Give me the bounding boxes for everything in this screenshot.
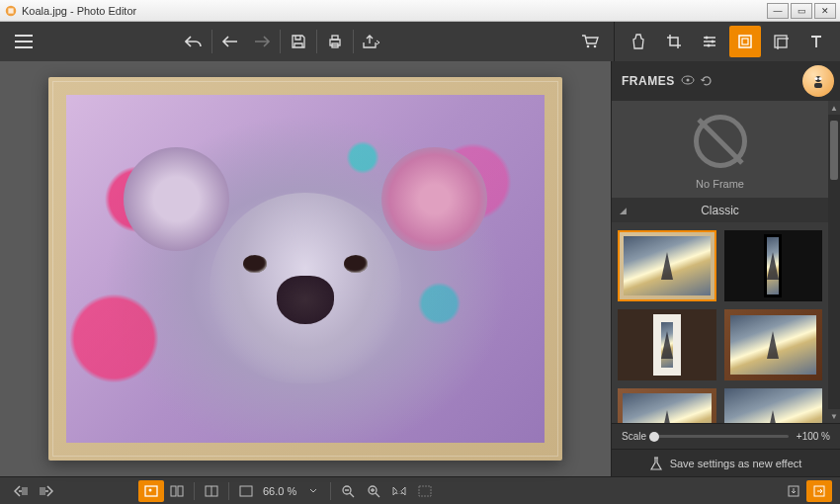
scale-slider[interactable] [654, 435, 789, 438]
canvas-viewport[interactable] [0, 61, 611, 476]
panel-header: FRAMES [612, 61, 840, 101]
scrollbar-thumb[interactable] [830, 121, 838, 180]
svg-point-6 [594, 45, 597, 48]
svg-point-18 [818, 77, 821, 80]
main-toolbar [0, 22, 614, 61]
frames-panel: FRAMES No Frame ◢ Classic [611, 61, 840, 476]
reset-icon[interactable] [701, 75, 713, 87]
window-title: Koala.jpg - Photo Editor [22, 5, 767, 17]
frame-category-header[interactable]: ◢ Classic [612, 199, 828, 222]
applied-frame-preview [48, 77, 562, 461]
tab-text-icon[interactable] [800, 26, 832, 57]
no-frame-icon [694, 115, 747, 168]
navigator-icon[interactable] [412, 480, 438, 502]
tab-effects-icon[interactable] [623, 26, 654, 57]
cart-icon[interactable] [574, 26, 606, 57]
svg-point-21 [149, 488, 152, 491]
zoom-out-icon[interactable] [335, 480, 361, 502]
window-close-button[interactable]: ✕ [814, 3, 836, 19]
frame-thumb-ornate[interactable] [618, 388, 716, 423]
save-as-effect-button[interactable]: Save settings as new effect [612, 449, 840, 476]
save-effect-label: Save settings as new effect [670, 458, 802, 469]
svg-point-8 [712, 41, 714, 43]
save-icon[interactable] [283, 26, 314, 57]
scale-label: Scale [622, 431, 646, 442]
svg-point-9 [708, 44, 711, 47]
zoom-in-icon[interactable] [361, 480, 386, 502]
frame-thumbnail-grid [612, 222, 828, 423]
tab-frames-icon[interactable] [729, 26, 761, 57]
window-titlebar: Koala.jpg - Photo Editor — ▭ ✕ [0, 0, 840, 22]
actual-size-icon[interactable]: 1:1 [386, 480, 412, 502]
undo-icon[interactable] [178, 26, 210, 57]
mascot-avatar [802, 65, 834, 97]
svg-rect-11 [742, 39, 748, 44]
zoom-dropdown-icon[interactable] [300, 480, 326, 502]
tab-crop-icon[interactable] [658, 26, 690, 57]
back-arrow-icon[interactable] [214, 26, 246, 57]
frame-thumb-thin[interactable] [724, 388, 823, 423]
category-label: Classic [701, 204, 739, 217]
panel-scrollbar[interactable]: ▲ ▼ [828, 101, 840, 423]
view-single-icon[interactable] [138, 480, 164, 502]
scroll-down-icon[interactable]: ▼ [828, 409, 840, 423]
svg-rect-25 [240, 486, 252, 496]
hamburger-menu-icon[interactable] [8, 26, 40, 57]
bottom-toolbar: 66.0 % 1:1 [0, 476, 840, 504]
svg-point-17 [814, 77, 817, 80]
slider-handle[interactable] [649, 432, 659, 442]
svg-rect-12 [775, 36, 787, 47]
print-icon[interactable] [319, 26, 351, 57]
svg-rect-10 [739, 36, 751, 47]
eye-icon[interactable] [681, 75, 695, 87]
svg-rect-1 [8, 8, 13, 13]
tab-adjust-icon[interactable] [694, 26, 725, 57]
no-frame-label: No Frame [696, 178, 744, 190]
export-icon[interactable] [806, 480, 832, 502]
svg-rect-23 [178, 486, 183, 496]
window-maximize-button[interactable]: ▭ [791, 3, 812, 19]
frame-thumb-black[interactable] [724, 230, 823, 301]
svg-point-7 [706, 37, 709, 40]
window-minimize-button[interactable]: — [767, 3, 789, 19]
view-split-icon[interactable] [164, 480, 190, 502]
svg-text:1:1: 1:1 [395, 489, 404, 495]
prev-image-icon[interactable] [8, 480, 34, 502]
collapse-arrow-icon: ◢ [620, 206, 627, 215]
compare-icon[interactable] [199, 480, 224, 502]
scroll-up-icon[interactable]: ▲ [828, 101, 840, 115]
frame-thumb-matte[interactable] [618, 309, 716, 380]
svg-rect-29 [419, 486, 431, 496]
scale-slider-row: Scale +100 % [612, 423, 840, 449]
tab-textures-icon[interactable] [765, 26, 797, 57]
app-icon [4, 4, 18, 18]
share-icon[interactable] [356, 26, 387, 57]
import-icon[interactable] [781, 480, 806, 502]
svg-rect-19 [814, 83, 822, 88]
scale-value: +100 % [797, 431, 830, 442]
fit-screen-icon[interactable] [233, 480, 259, 502]
right-tab-strip [614, 22, 840, 61]
svg-point-5 [587, 45, 590, 48]
panel-title: FRAMES [622, 74, 675, 88]
svg-rect-22 [171, 486, 176, 496]
next-image-icon[interactable] [34, 480, 59, 502]
frame-thumb-wood-dark[interactable] [724, 309, 823, 380]
flask-icon [650, 457, 662, 470]
svg-rect-3 [332, 36, 338, 40]
frame-thumb-wood-light[interactable] [618, 230, 716, 301]
zoom-value: 66.0 % [259, 485, 300, 497]
no-frame-option[interactable]: No Frame [612, 101, 828, 199]
edited-image [66, 95, 545, 443]
svg-point-15 [686, 79, 689, 82]
forward-arrow-icon[interactable] [246, 26, 278, 57]
